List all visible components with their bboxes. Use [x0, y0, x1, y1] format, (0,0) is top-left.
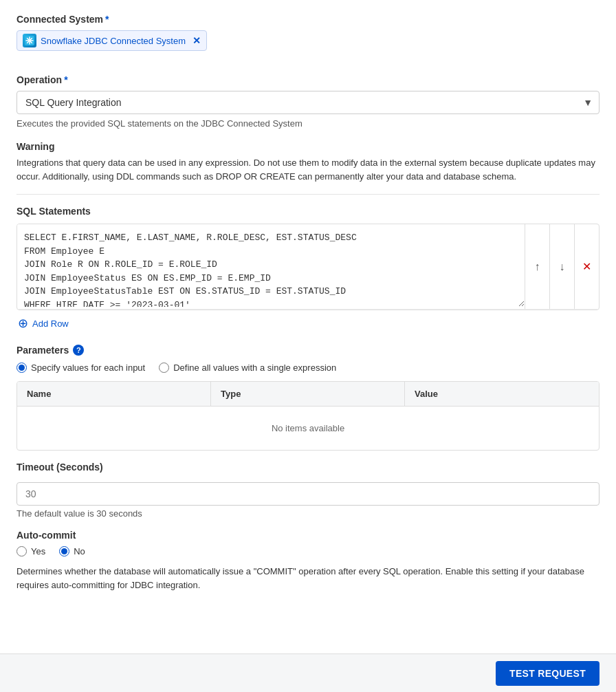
parameters-header: Parameters ? [16, 345, 600, 356]
sql-move-down-cell: ↓ [549, 224, 574, 309]
sql-statements-title: SQL Statements [16, 206, 600, 217]
add-row-plus-icon: ⊕ [18, 316, 28, 331]
sql-delete-button[interactable]: ✕ [580, 257, 594, 276]
operation-description: Executes the provided SQL statements on … [16, 118, 600, 129]
required-indicator: * [105, 14, 109, 25]
sql-move-down-button[interactable]: ↓ [557, 258, 568, 276]
warning-title: Warning [16, 141, 600, 152]
sql-textarea[interactable]: SELECT E.FIRST_NAME, E.LAST_NAME, R.ROLE… [17, 224, 525, 307]
sql-statements-section: SQL Statements SELECT E.FIRST_NAME, E.LA… [16, 206, 600, 334]
autocommit-yes-label: Yes [31, 546, 45, 556]
badge-text: Snowflake JDBC Connected System [41, 36, 186, 46]
operation-dropdown-container: SQL Query Integration ▼ [16, 91, 600, 114]
radio-single-expression[interactable]: Define all values with a single expressi… [159, 363, 336, 373]
timeout-label: Timeout (Seconds) [16, 462, 600, 473]
badge-close-button[interactable]: ✕ [192, 35, 201, 46]
params-col-value: Value [405, 382, 599, 406]
operation-section: Operation * SQL Query Integration ▼ Exec… [16, 74, 600, 129]
warning-box: Warning Integrations that query data can… [16, 141, 600, 183]
operation-required-indicator: * [64, 74, 67, 85]
autocommit-no-option[interactable]: No [59, 546, 85, 556]
connected-system-section: Connected System * Snowflake JDBC Connec… [16, 14, 600, 62]
radio-specify-values[interactable]: Specify values for each input [16, 363, 145, 373]
operation-label: Operation * [16, 74, 600, 85]
radio-single-expression-input[interactable] [159, 363, 169, 373]
autocommit-section: Auto-commit Yes No Determines whether th… [16, 530, 600, 592]
autocommit-radio-group: Yes No [16, 546, 600, 556]
sql-move-up-cell: ↑ [525, 224, 549, 309]
parameters-help-icon[interactable]: ? [73, 345, 84, 356]
sql-delete-cell: ✕ [574, 224, 599, 309]
divider-1 [16, 194, 600, 195]
connected-system-badge[interactable]: Snowflake JDBC Connected System ✕ [16, 30, 207, 51]
timeout-input[interactable] [16, 482, 600, 506]
warning-text: Integrations that query data can be used… [16, 156, 600, 183]
operation-select[interactable]: SQL Query Integration [16, 91, 600, 114]
sql-table-row: SELECT E.FIRST_NAME, E.LAST_NAME, R.ROLE… [17, 224, 599, 310]
params-col-type: Type [211, 382, 405, 406]
timeout-hint: The default value is 30 seconds [16, 508, 600, 519]
radio-specify-values-label: Specify values for each input [31, 363, 145, 373]
sql-textarea-cell: SELECT E.FIRST_NAME, E.LAST_NAME, R.ROLE… [17, 224, 525, 309]
radio-single-expression-label: Define all values with a single expressi… [173, 363, 336, 373]
autocommit-no-label: No [74, 546, 85, 556]
autocommit-yes-option[interactable]: Yes [16, 546, 45, 556]
autocommit-title: Auto-commit [16, 530, 600, 541]
sql-statements-table: SELECT E.FIRST_NAME, E.LAST_NAME, R.ROLE… [16, 224, 600, 310]
params-empty-message: No items available [17, 407, 599, 450]
add-row-label: Add Row [32, 318, 69, 329]
add-row-button[interactable]: ⊕ Add Row [16, 310, 69, 334]
params-table-header: Name Type Value [17, 382, 599, 407]
timeout-section: Timeout (Seconds) The default value is 3… [16, 462, 600, 519]
test-request-button[interactable]: TEST REQUEST [496, 661, 600, 686]
radio-specify-values-input[interactable] [16, 363, 27, 373]
autocommit-no-input[interactable] [59, 546, 69, 556]
parameters-radio-group: Specify values for each input Define all… [16, 363, 600, 373]
connected-system-label: Connected System * [16, 14, 600, 25]
parameters-title: Parameters [16, 345, 69, 356]
params-col-name: Name [17, 382, 211, 406]
autocommit-yes-input[interactable] [16, 546, 27, 556]
autocommit-description: Determines whether the database will aut… [16, 565, 600, 592]
snowflake-icon [23, 34, 36, 47]
parameters-table: Name Type Value No items available [16, 381, 600, 451]
parameters-section: Parameters ? Specify values for each inp… [16, 345, 600, 451]
sql-move-up-button[interactable]: ↑ [532, 258, 543, 276]
footer-bar: TEST REQUEST [0, 653, 616, 692]
